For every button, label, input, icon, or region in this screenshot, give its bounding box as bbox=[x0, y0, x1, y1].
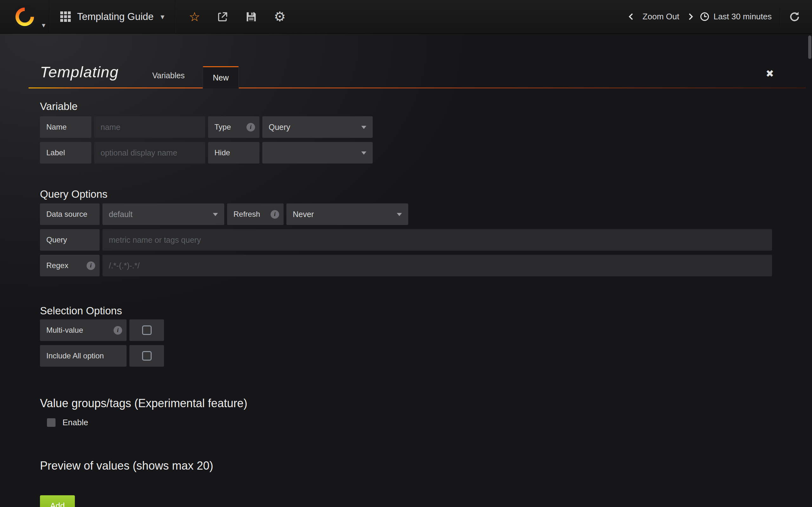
data-source-label: Data source bbox=[40, 204, 100, 225]
query-options-heading: Query Options bbox=[40, 188, 772, 200]
share-dashboard-button[interactable] bbox=[217, 11, 229, 23]
dashboard-settings-button[interactable]: ⚙ bbox=[274, 10, 286, 23]
share-icon bbox=[217, 11, 229, 23]
value-groups-heading: Value groups/tags (Experimental feature) bbox=[40, 397, 772, 410]
grafana-logo-icon bbox=[12, 4, 37, 29]
dashboard-title: Templating Guide bbox=[77, 11, 154, 22]
datasource-select[interactable]: default bbox=[102, 204, 224, 225]
regex-input[interactable] bbox=[102, 255, 772, 276]
caret-down-icon: ▾ bbox=[160, 12, 164, 21]
info-icon[interactable]: i bbox=[113, 326, 122, 335]
variable-label-input[interactable] bbox=[94, 142, 205, 164]
tab-new[interactable]: New bbox=[203, 66, 239, 89]
dashboard-actions: ☆ ⚙ bbox=[175, 0, 299, 33]
gear-icon: ⚙ bbox=[274, 10, 286, 23]
multi-value-row: Multi-value i bbox=[40, 320, 772, 341]
query-row: Query bbox=[40, 229, 772, 250]
close-icon: ✖ bbox=[766, 68, 774, 79]
variable-label-row: Label Hide bbox=[40, 142, 772, 164]
hide-select[interactable] bbox=[262, 142, 373, 164]
dashboard-grid-icon bbox=[60, 11, 71, 22]
grafana-menu-button[interactable]: ▾ bbox=[0, 0, 49, 33]
type-select-value: Query bbox=[269, 123, 290, 132]
refresh-select[interactable]: Never bbox=[287, 204, 408, 225]
save-dashboard-button[interactable] bbox=[245, 11, 257, 23]
multi-value-label-text: Multi-value bbox=[46, 326, 83, 335]
dashboard-title-menu[interactable]: Templating Guide ▾ bbox=[49, 0, 175, 33]
datasource-row: Data source default Refresh i Never bbox=[40, 204, 772, 225]
refresh-select-value: Never bbox=[293, 210, 314, 219]
star-dashboard-button[interactable]: ☆ bbox=[189, 10, 200, 23]
info-icon[interactable]: i bbox=[87, 262, 95, 270]
star-icon: ☆ bbox=[189, 10, 200, 23]
top-navbar: ▾ Templating Guide ▾ ☆ bbox=[0, 0, 812, 34]
include-all-label: Include All option bbox=[40, 345, 126, 367]
time-shift-back-button[interactable] bbox=[629, 14, 635, 19]
templating-header: Templating Variables New ✖ bbox=[40, 34, 772, 89]
info-icon[interactable]: i bbox=[247, 123, 255, 131]
query-label: Query bbox=[40, 229, 100, 250]
enable-label[interactable]: Enable bbox=[62, 418, 88, 428]
include-all-row: Include All option bbox=[40, 345, 772, 367]
page-title: Templating bbox=[40, 63, 119, 81]
multi-value-label: Multi-value i bbox=[40, 320, 126, 341]
checkbox-icon bbox=[142, 351, 152, 360]
type-label-text: Type bbox=[214, 123, 231, 131]
clock-icon bbox=[700, 12, 709, 21]
info-icon[interactable]: i bbox=[270, 210, 279, 219]
checkbox-icon bbox=[142, 326, 152, 335]
time-range-label: Last 30 minutes bbox=[713, 12, 772, 21]
save-icon bbox=[245, 11, 257, 23]
label-label: Label bbox=[40, 142, 91, 164]
regex-label: Regex i bbox=[40, 255, 100, 276]
zoom-out-button[interactable]: Zoom Out bbox=[643, 12, 679, 21]
caret-down-icon: ▾ bbox=[42, 22, 45, 29]
refresh-label: Refresh i bbox=[227, 204, 284, 225]
time-range-button[interactable]: Last 30 minutes bbox=[700, 12, 772, 21]
refresh-button[interactable] bbox=[789, 11, 801, 23]
preview-heading: Preview of values (shows max 20) bbox=[40, 459, 772, 472]
query-input[interactable] bbox=[102, 229, 772, 250]
navbar-spacer bbox=[299, 0, 629, 33]
time-controls: Zoom Out Last 30 minutes bbox=[629, 0, 812, 33]
selection-options-heading: Selection Options bbox=[40, 305, 772, 317]
regex-label-text: Regex bbox=[46, 261, 68, 270]
name-label: Name bbox=[40, 116, 91, 138]
variable-name-row: Name Type i Query bbox=[40, 116, 772, 138]
include-all-checkbox[interactable] bbox=[130, 345, 164, 367]
enable-row: Enable bbox=[47, 418, 772, 428]
add-button[interactable]: Add bbox=[40, 495, 75, 507]
chevron-left-icon bbox=[629, 13, 635, 20]
time-shift-forward-button[interactable] bbox=[687, 14, 692, 19]
scrollbar-thumb[interactable] bbox=[808, 36, 811, 59]
chevron-right-icon bbox=[687, 13, 693, 20]
templating-settings-page: Templating Variables New ✖ Variable Name… bbox=[0, 34, 812, 507]
datasource-select-value: default bbox=[109, 210, 133, 219]
close-button[interactable]: ✖ bbox=[766, 68, 774, 79]
refresh-label-text: Refresh bbox=[234, 210, 260, 219]
tab-variables[interactable]: Variables bbox=[152, 71, 185, 80]
hide-label: Hide bbox=[208, 142, 259, 164]
enable-checkbox[interactable] bbox=[47, 418, 55, 427]
multi-value-checkbox[interactable] bbox=[130, 320, 164, 341]
regex-row: Regex i bbox=[40, 255, 772, 276]
type-label: Type i bbox=[208, 116, 259, 138]
type-select[interactable]: Query bbox=[262, 116, 373, 138]
refresh-icon bbox=[789, 11, 801, 23]
variable-name-input[interactable] bbox=[94, 116, 205, 138]
variable-section-heading: Variable bbox=[40, 101, 772, 112]
